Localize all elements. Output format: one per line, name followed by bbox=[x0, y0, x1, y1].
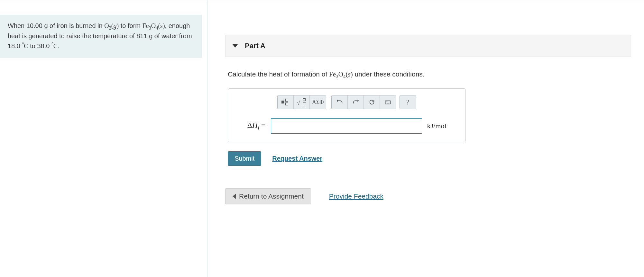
question-text: Calculate the heat of formation of Fe3O4… bbox=[228, 70, 631, 79]
answer-units: kJ/mol bbox=[427, 122, 446, 130]
greek-button[interactable]: ΑΣΦ bbox=[310, 95, 326, 109]
tool-group-format: √ ΑΣΦ bbox=[277, 95, 326, 109]
math-icon: √ bbox=[297, 98, 306, 106]
undo-icon bbox=[336, 99, 343, 106]
return-label: Return to Assignment bbox=[239, 192, 304, 200]
feedback-link[interactable]: Provide Feedback bbox=[329, 192, 383, 200]
redo-icon bbox=[352, 99, 359, 106]
assignment-page: When 10.00 g of iron is burned in O2(g) … bbox=[0, 0, 644, 277]
request-answer-link[interactable]: Request Answer bbox=[272, 155, 322, 162]
answer-actions: Submit Request Answer bbox=[228, 151, 631, 166]
answer-input[interactable] bbox=[271, 118, 422, 134]
help-button[interactable]: ? bbox=[400, 95, 416, 109]
problem-text: . bbox=[58, 42, 60, 49]
help-icon: ? bbox=[406, 98, 409, 106]
templates-button[interactable] bbox=[278, 95, 294, 109]
return-button[interactable]: Return to Assignment bbox=[225, 188, 311, 204]
chem-o2: O2(g) bbox=[104, 22, 119, 29]
problem-text: to 38.0 bbox=[28, 42, 51, 49]
chevron-left-icon bbox=[233, 194, 236, 199]
problem-statement: When 10.00 g of iron is burned in O2(g) … bbox=[0, 15, 202, 58]
temp1: °C bbox=[22, 42, 28, 49]
tool-group-history bbox=[331, 95, 396, 109]
part-header[interactable]: Part A bbox=[225, 35, 631, 57]
reset-button[interactable] bbox=[364, 95, 380, 109]
redo-button[interactable] bbox=[348, 95, 364, 109]
templates-icon bbox=[281, 99, 290, 106]
answer-pane: Part A Calculate the heat of formation o… bbox=[207, 0, 644, 277]
footer-actions: Return to Assignment Provide Feedback bbox=[225, 188, 631, 204]
answer-lhs: ΔHf = bbox=[247, 121, 265, 131]
problem-pane: When 10.00 g of iron is burned in O2(g) … bbox=[0, 0, 207, 277]
part-title: Part A bbox=[245, 42, 265, 50]
tool-group-help: ? bbox=[400, 95, 416, 109]
keyboard-button[interactable] bbox=[380, 95, 396, 109]
reset-icon bbox=[368, 99, 375, 106]
answer-box: √ ΑΣΦ bbox=[228, 88, 466, 142]
math-button[interactable]: √ bbox=[294, 95, 310, 109]
svg-rect-0 bbox=[385, 101, 391, 104]
equation-toolbar: √ ΑΣΦ bbox=[228, 95, 465, 109]
answer-input-row: ΔHf = kJ/mol bbox=[228, 118, 465, 134]
caret-down-icon bbox=[233, 44, 238, 48]
problem-text: to form bbox=[119, 22, 142, 29]
submit-button[interactable]: Submit bbox=[228, 151, 261, 166]
keyboard-icon bbox=[384, 99, 391, 106]
greek-icon: ΑΣΦ bbox=[312, 99, 324, 106]
chem-fe3o4: Fe3O4(s) bbox=[329, 70, 353, 78]
undo-button[interactable] bbox=[332, 95, 348, 109]
chem-fe3o4: Fe3O4(s) bbox=[143, 22, 165, 29]
temp2: °C bbox=[51, 42, 58, 49]
problem-text: When 10.00 g of iron is burned in bbox=[8, 22, 104, 29]
